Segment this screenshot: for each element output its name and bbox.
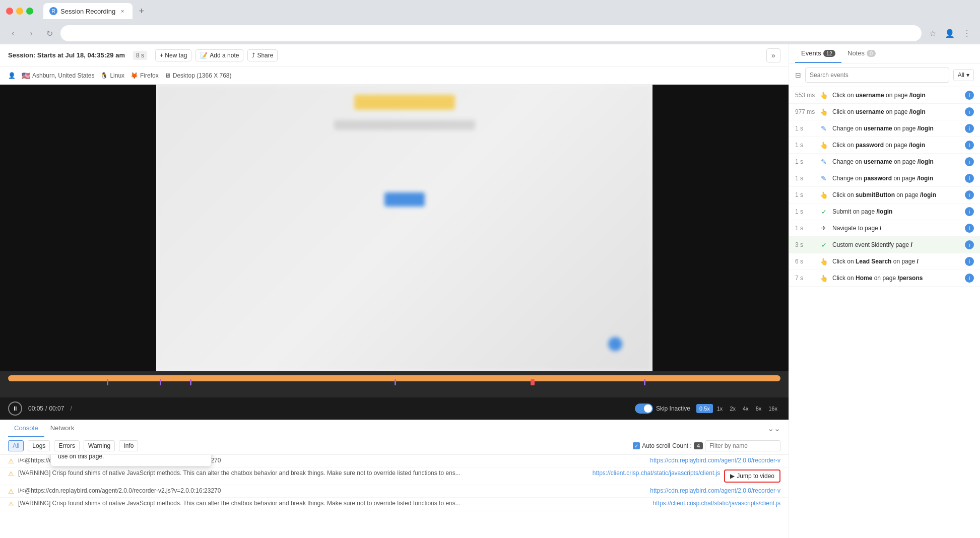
- speed-0-5x-button[interactable]: 0.5x: [696, 404, 713, 413]
- filter-warning-button[interactable]: Warning: [84, 440, 115, 451]
- event-row[interactable]: 1 s ✈ Navigate to page / i: [789, 220, 980, 237]
- event-info-button[interactable]: i: [965, 124, 974, 133]
- note-icon: 📝: [200, 52, 208, 59]
- speed-2x-button[interactable]: 2x: [727, 404, 739, 413]
- filter-errors-button[interactable]: Errors: [54, 440, 80, 451]
- menu-button[interactable]: ⋮: [960, 26, 974, 40]
- profile-button[interactable]: 👤: [943, 26, 957, 40]
- event-row[interactable]: 7 s 👆 Click on Home on page /persons i: [789, 270, 980, 287]
- tab-network[interactable]: Network: [44, 420, 81, 437]
- minimize-window-button[interactable]: [16, 8, 23, 15]
- event-info-button[interactable]: i: [965, 174, 974, 183]
- event-row[interactable]: 1 s ✎ Change on username on page /login …: [789, 120, 980, 137]
- collapse-console-btn[interactable]: ⌄⌄: [767, 420, 780, 437]
- click-icon: 👆: [819, 107, 828, 116]
- speed-8x-button[interactable]: 8x: [753, 404, 765, 413]
- event-row[interactable]: 977 ms 👆 Click on username on page /logi…: [789, 104, 980, 120]
- event-row[interactable]: 1 s ✓ Submit on page /login i: [789, 204, 980, 220]
- toolbar-icons: ☆ 👤 ⋮: [926, 26, 974, 40]
- new-tab-button[interactable]: +: [135, 4, 149, 18]
- event-info-button[interactable]: i: [965, 240, 974, 249]
- speed-16x-button[interactable]: 16x: [765, 404, 780, 413]
- event-info-button[interactable]: i: [965, 257, 974, 266]
- notes-count-badge: 0: [867, 50, 876, 57]
- video-black-left: [0, 85, 156, 371]
- filter-logs-button[interactable]: Logs: [28, 440, 50, 451]
- event-info-button[interactable]: i: [965, 190, 974, 199]
- bookmark-button[interactable]: ☆: [926, 26, 940, 40]
- console-message: [WARNING] Crisp found shims of native Ja…: [18, 500, 649, 507]
- event-row[interactable]: 1 s 👆 Click on password on page /login i: [789, 137, 980, 154]
- event-row[interactable]: 1 s ✎ Change on username on page /login …: [789, 154, 980, 170]
- event-time: 1 s: [795, 175, 815, 182]
- console-row-warning: ⚠ [WARNING] Crisp found shims of native …: [0, 467, 789, 485]
- event-row[interactable]: 553 ms 👆 Click on username on page /logi…: [789, 87, 980, 104]
- submit-icon: ✓: [819, 207, 828, 216]
- click-icon: 👆: [819, 190, 828, 199]
- event-row[interactable]: 1 s ✎ Change on password on page /login …: [789, 170, 980, 187]
- maximize-window-button[interactable]: [26, 8, 33, 15]
- event-row[interactable]: 1 s 👆 Click on submitButton on page /log…: [789, 187, 980, 204]
- active-tab[interactable]: R Session Recording ×: [43, 3, 133, 19]
- user-icon: 👤: [8, 72, 16, 79]
- event-info-button[interactable]: i: [965, 91, 974, 100]
- tab-events[interactable]: Events 12: [795, 44, 841, 63]
- custom-event-icon: ✓: [819, 240, 828, 249]
- timeline-progress-bar[interactable]: [8, 375, 780, 381]
- event-info-button[interactable]: i: [965, 141, 974, 150]
- event-info-button[interactable]: i: [965, 274, 974, 283]
- refresh-button[interactable]: ↻: [42, 26, 56, 40]
- filter-info-button[interactable]: Info: [119, 440, 138, 451]
- speed-1x-button[interactable]: 1x: [714, 404, 726, 413]
- skip-inactive-control: Skip Inactive: [635, 404, 690, 414]
- back-button[interactable]: ‹: [6, 26, 20, 40]
- video-yellow-bar: [354, 95, 455, 110]
- auto-scroll-checkbox[interactable]: ✓: [633, 442, 640, 449]
- event-info-button[interactable]: i: [965, 224, 974, 233]
- tab-console[interactable]: Console: [8, 420, 44, 437]
- close-window-button[interactable]: [6, 8, 13, 15]
- console-url: https://cdn.replaybird.com/agent/2.0.0/r…: [650, 487, 780, 494]
- tab-notes[interactable]: Notes 0: [841, 44, 882, 63]
- chevron-down-icon: ▾: [966, 72, 969, 79]
- right-panel: Events 12 Notes 0 ⊟ All ▾ 553 ms 👆 Click: [789, 44, 980, 538]
- share-button[interactable]: ⤴ Share: [247, 49, 278, 61]
- pause-button[interactable]: ⏸: [8, 401, 22, 416]
- speed-4x-button[interactable]: 4x: [740, 404, 752, 413]
- event-time: 1 s: [795, 208, 815, 215]
- event-info-button[interactable]: i: [965, 107, 974, 116]
- forward-button[interactable]: ›: [24, 26, 38, 40]
- timeline-marker: [644, 379, 645, 385]
- event-row[interactable]: 6 s 👆 Click on Lead Search on page / i: [789, 253, 980, 270]
- browser-chrome: R Session Recording × + ‹ › ↻ ☆ 👤 ⋮: [0, 0, 980, 44]
- event-text: Click on Lead Search on page /: [832, 258, 961, 265]
- tab-close-button[interactable]: ×: [118, 7, 126, 15]
- event-row-active[interactable]: 3 s ✓ Custom event $identify page / i: [789, 237, 980, 253]
- event-info-button[interactable]: i: [965, 157, 974, 166]
- new-tag-button[interactable]: + New tag: [155, 49, 191, 61]
- search-events-input[interactable]: [805, 68, 949, 83]
- timeline-event-dot: [531, 379, 535, 385]
- jump-to-video-button[interactable]: ▶ Jump to video: [724, 469, 780, 483]
- session-actions: + New tag 📝 Add a note ⤴ Share: [155, 49, 278, 61]
- events-filter-dropdown[interactable]: All ▾: [953, 69, 974, 81]
- timeline-area[interactable]: [0, 371, 789, 397]
- event-text: Click on submitButton on page /login: [832, 191, 961, 198]
- pause-icon: ⏸: [12, 405, 18, 412]
- filter-by-name-input[interactable]: [705, 440, 780, 451]
- session-meta: 👤 🇺🇸 Ashburn, United States 🐧 Linux 🦊 Fi…: [0, 66, 789, 85]
- address-bar[interactable]: [60, 25, 922, 41]
- event-text: Click on Home on page /persons: [832, 275, 961, 282]
- collapse-panel-button[interactable]: »: [766, 48, 780, 62]
- events-list: 553 ms 👆 Click on username on page /logi…: [789, 87, 980, 538]
- change-icon: ✎: [819, 124, 828, 133]
- filter-all-button[interactable]: All: [8, 440, 24, 451]
- play-icon: ▶: [730, 473, 735, 480]
- event-time: 1 s: [795, 142, 815, 149]
- timeline-marker: [107, 379, 108, 385]
- skip-inactive-toggle[interactable]: [635, 404, 653, 414]
- add-note-button[interactable]: 📝 Add a note: [195, 49, 243, 61]
- event-info-button[interactable]: i: [965, 207, 974, 216]
- browser-icon: 🦊: [130, 72, 138, 79]
- count-label: Count :: [672, 442, 692, 449]
